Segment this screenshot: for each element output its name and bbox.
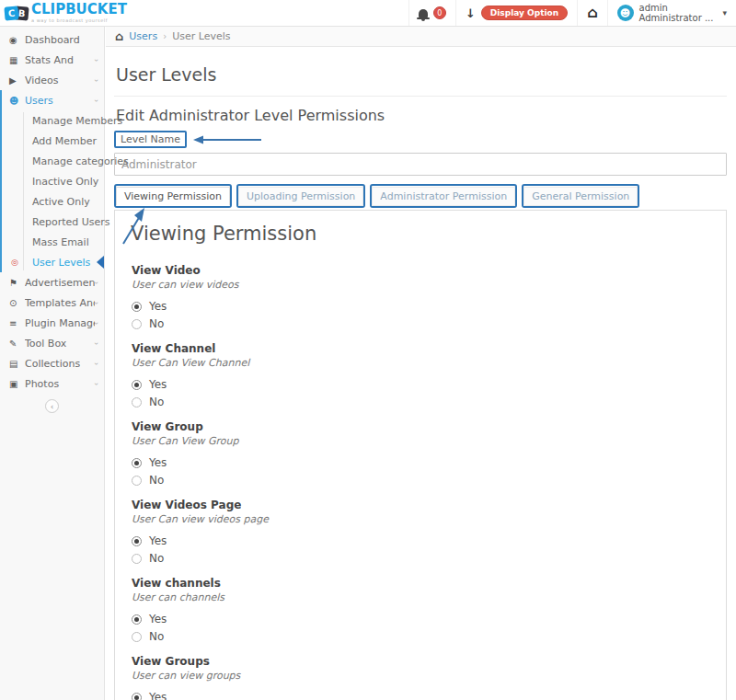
- permission-group-view-videos-page: View Videos Page User Can view videos pa…: [132, 499, 715, 565]
- wrench-icon: ✎: [9, 339, 25, 349]
- radio-unchecked-icon: [132, 632, 142, 642]
- clock-icon: ⊙: [9, 298, 25, 308]
- breadcrumb-link-users[interactable]: Users: [129, 30, 157, 42]
- tab-uploading-permission[interactable]: Uploading Permission: [238, 187, 363, 206]
- sidebar-item-plugin-manager[interactable]: ≡ Plugin Manager ›: [0, 313, 104, 333]
- annotation-arrow-viewing-tab: [117, 204, 154, 247]
- divider: [114, 96, 727, 97]
- sidebar-item-users[interactable]: ☻ Users ›: [2, 90, 104, 110]
- tab-administrator-permission[interactable]: Administrator Permission: [372, 187, 515, 206]
- sidebar-item-videos[interactable]: ▶ Videos ›: [0, 70, 104, 90]
- user-role: Administrator ...: [639, 13, 714, 24]
- radio-checked-icon: [132, 458, 142, 468]
- permission-label: View Videos Page: [132, 499, 715, 511]
- level-name-input[interactable]: [114, 153, 727, 176]
- sidebar-item-manage-members[interactable]: Manage Members: [2, 110, 104, 131]
- sidebar-item-reported-users[interactable]: Reported Users: [2, 212, 104, 232]
- radio-option-yes[interactable]: Yes: [132, 378, 715, 391]
- radio-option-yes[interactable]: Yes: [132, 691, 715, 700]
- permission-description: User can view videos: [132, 279, 715, 291]
- sidebar-item-stats[interactable]: ▦ Stats And ›: [0, 50, 104, 70]
- permission-group-view-groups: View Groups User can view groups Yes No: [132, 655, 715, 700]
- chevron-down-icon: ›: [92, 78, 100, 81]
- sidebar-item-advertisement[interactable]: ⚑ Advertisement ›: [0, 272, 104, 293]
- breadcrumb-home-icon[interactable]: ⌂: [115, 30, 123, 42]
- viewing-permission-panel: Viewing Permission View Video User can v…: [114, 210, 727, 700]
- sidebar-item-collections[interactable]: ▤ Collections ›: [0, 353, 104, 373]
- sidebar-item-label: Tool Box: [25, 338, 95, 350]
- permission-tabs: Viewing Permission Uploading Permission …: [114, 184, 727, 208]
- user-icon: ☻: [9, 96, 25, 106]
- chevron-down-icon: ›: [92, 361, 100, 364]
- radio-checked-icon: [132, 302, 142, 312]
- sidebar-item-label: Users: [25, 95, 95, 107]
- megaphone-icon: ⚑: [9, 278, 25, 288]
- radio-unchecked-icon: [132, 319, 142, 329]
- logo-c-icon: C: [4, 6, 18, 20]
- sidebar-collapse-button[interactable]: ‹: [45, 399, 59, 413]
- sidebar-item-dashboard[interactable]: ◉ Dashboard: [0, 29, 104, 50]
- users-submenu: Manage Members Add Member Manage categor…: [2, 110, 104, 272]
- sidebar: ◉ Dashboard ▦ Stats And › ▶ Videos › ☻ U…: [0, 27, 105, 700]
- breadcrumb: ⌂ Users › User Levels: [106, 27, 736, 47]
- folder-icon: ▤: [9, 359, 25, 369]
- sidebar-item-manage-categories[interactable]: Manage categories: [2, 151, 104, 171]
- down-arrow-icon: ↓: [466, 7, 476, 19]
- annotation-arrow-user-levels: [97, 256, 104, 269]
- radio-label: Yes: [149, 613, 167, 625]
- tab-viewing-permission[interactable]: Viewing Permission: [116, 187, 230, 206]
- radio-label: Yes: [149, 378, 167, 391]
- radio-option-yes[interactable]: Yes: [132, 534, 715, 547]
- home-button[interactable]: ⌂: [577, 0, 606, 26]
- radio-option-yes[interactable]: Yes: [132, 613, 715, 625]
- logo-tagline: a way to broadcast yourself: [31, 17, 127, 23]
- target-icon: ◎: [11, 258, 18, 267]
- permission-description: User Can View Channel: [132, 357, 715, 369]
- topbar-actions: 0 ↓ Display Option ⌂ ☻ admin Administrat…: [408, 0, 736, 26]
- permission-group-view-channels: View channels User can channels Yes No: [132, 577, 715, 643]
- radio-option-yes[interactable]: Yes: [132, 300, 715, 313]
- radio-option-no[interactable]: No: [132, 474, 715, 487]
- sidebar-item-active-only[interactable]: Active Only: [2, 191, 104, 212]
- radio-unchecked-icon: [132, 554, 142, 564]
- clipbucket-logo[interactable]: C B CLIPBUCKET a way to broadcast yourse…: [0, 0, 131, 26]
- tab-general-permission[interactable]: General Permission: [523, 187, 638, 206]
- permission-description: User Can View Group: [132, 435, 715, 447]
- radio-option-no[interactable]: No: [132, 317, 715, 330]
- user-avatar-icon: ☻: [617, 5, 634, 21]
- permission-label: View Video: [132, 264, 715, 277]
- notifications-button[interactable]: 0: [408, 0, 455, 26]
- home-icon: ⌂: [587, 6, 597, 20]
- chevron-down-icon: ›: [92, 98, 100, 101]
- radio-checked-icon: [132, 536, 142, 546]
- sidebar-item-photos[interactable]: ▣ Photos ›: [0, 373, 104, 394]
- sidebar-item-label: Dashboard: [25, 34, 98, 46]
- sidebar-item-label: Stats And: [25, 54, 95, 66]
- annotation-box-tab-uploading: Uploading Permission: [236, 184, 365, 208]
- sidebar-item-templates[interactable]: ⊙ Templates And ›: [0, 293, 104, 313]
- sidebar-item-mass-email[interactable]: Mass Email: [2, 232, 104, 252]
- radio-unchecked-icon: [132, 476, 142, 486]
- user-menu[interactable]: ☻ admin Administrator ... ▾: [607, 0, 736, 26]
- radio-option-no[interactable]: No: [132, 552, 715, 565]
- notification-badge: 0: [433, 6, 446, 19]
- annotation-box-tab-administrator: Administrator Permission: [370, 184, 517, 208]
- radio-label: No: [149, 630, 164, 643]
- radio-option-no[interactable]: No: [132, 396, 715, 408]
- permission-group-view-channel: View Channel User Can View Channel Yes N…: [132, 342, 715, 408]
- sidebar-item-label: User Levels: [32, 257, 90, 269]
- sidebar-item-tool-box[interactable]: ✎ Tool Box ›: [0, 333, 104, 353]
- sidebar-item-user-levels[interactable]: ◎ User Levels: [2, 252, 104, 272]
- sidebar-item-inactive-only[interactable]: Inactive Only: [2, 171, 104, 191]
- display-option-button[interactable]: ↓ Display Option: [455, 0, 577, 26]
- sidebar-item-add-member[interactable]: Add Member: [2, 131, 104, 151]
- panel-title: Viewing Permission: [131, 223, 715, 245]
- top-bar: C B CLIPBUCKET a way to broadcast yourse…: [0, 0, 736, 27]
- radio-option-no[interactable]: No: [132, 630, 715, 643]
- permission-label: View Groups: [132, 655, 715, 668]
- sidebar-item-label: Collections: [25, 358, 95, 370]
- sidebar-item-label: Templates And: [25, 297, 95, 309]
- radio-option-yes[interactable]: Yes: [132, 456, 715, 469]
- permission-description: User can channels: [132, 591, 715, 603]
- display-option-pill: Display Option: [481, 6, 568, 20]
